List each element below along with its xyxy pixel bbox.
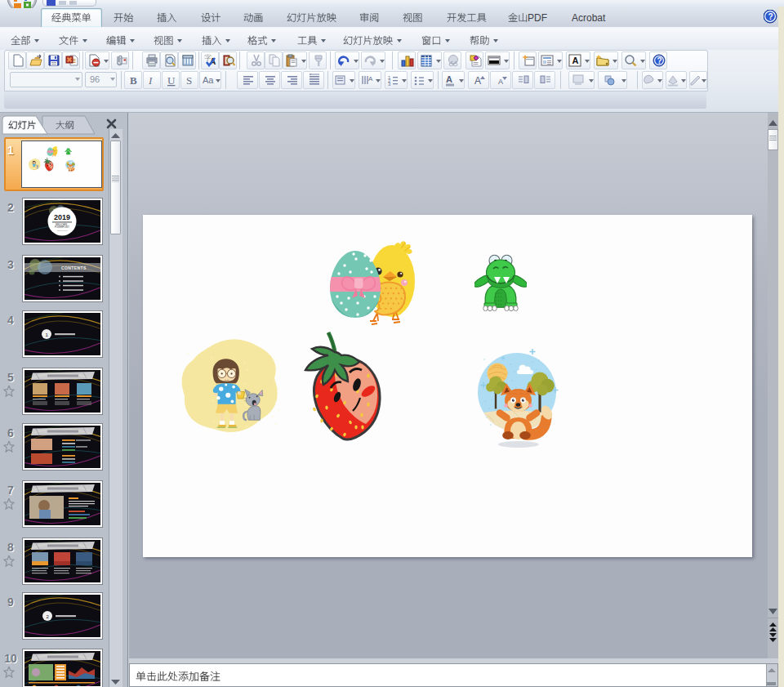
svg-text:CONTENTS: CONTENTS [61, 265, 87, 270]
svg-text:A: A [446, 74, 452, 84]
svg-text:I: I [148, 74, 153, 87]
svg-text:B: B [130, 74, 137, 87]
svg-text:U: U [167, 74, 176, 87]
svg-text:A: A [474, 75, 481, 87]
svg-text:3: 3 [388, 82, 391, 87]
svg-text:DESIGN 2019: DESIGN 2019 [57, 230, 69, 231]
svg-text:Aa: Aa [203, 75, 214, 85]
svg-text:S: S [186, 74, 192, 87]
svg-text:?: ? [657, 56, 662, 65]
svg-text:?: ? [768, 12, 773, 21]
svg-text:A: A [368, 75, 373, 83]
svg-text:POWERPOINT: POWERPOINT [55, 225, 69, 229]
svg-text:A: A [572, 56, 579, 65]
svg-text:A: A [498, 78, 503, 86]
svg-text:2019: 2019 [54, 213, 70, 221]
